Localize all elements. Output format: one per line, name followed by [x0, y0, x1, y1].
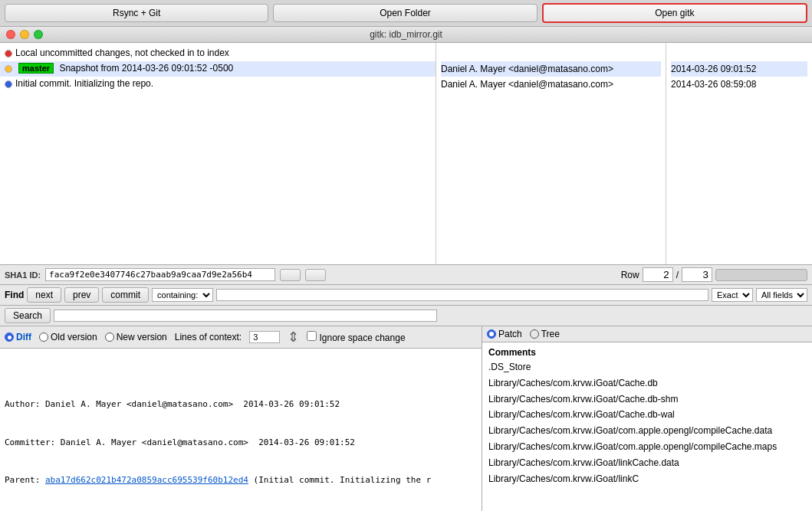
find-row: Find next prev commit containing: Exact … [0, 285, 812, 306]
allfields-select[interactable]: All fields [756, 288, 807, 302]
search-button[interactable]: Search [5, 308, 51, 323]
old-version-label: Old version [51, 332, 97, 342]
close-button[interactable] [6, 30, 15, 39]
table-row: 2014-03-26 09:01:52 [671, 61, 807, 77]
commit-message: Initial commit. Initializing the repo. [15, 78, 431, 89]
maximize-button[interactable] [34, 30, 43, 39]
exact-select[interactable]: Exact [712, 288, 753, 302]
ignore-label: Ignore space change [319, 332, 405, 343]
new-version-label: New version [117, 332, 167, 342]
diff-content[interactable]: Author: Daniel A. Mayer <daniel@matasano… [0, 349, 482, 511]
find-label: Find [5, 290, 24, 300]
find-commit-button[interactable]: commit [102, 287, 149, 303]
new-version-radio[interactable]: New version [105, 332, 167, 342]
table-row[interactable]: Local uncommitted changes, not checked i… [0, 46, 436, 61]
sha-btn-1[interactable] [280, 269, 301, 281]
file-list[interactable]: Comments .DS_Store Library/Caches/com.kr… [482, 342, 812, 511]
list-item[interactable]: Library/Caches/com.krvw.iGoat/com.apple.… [482, 439, 812, 455]
sha-input[interactable] [45, 268, 275, 281]
table-row[interactable]: Initial commit. Initializing the repo. [0, 77, 436, 92]
open-gitk-button[interactable]: Open gitk [542, 3, 807, 23]
committer-line: Committer: Daniel A. Mayer <daniel@matas… [5, 437, 477, 450]
find-text-input[interactable] [216, 289, 708, 301]
commit-list[interactable]: Local uncommitted changes, not checked i… [0, 43, 436, 264]
commit-pane: Local uncommitted changes, not checked i… [0, 43, 812, 265]
table-row[interactable]: master Snapshot from 2014-03-26 09:01:52… [0, 61, 436, 77]
file-list-header: Comments [482, 346, 812, 359]
ignore-space-checkbox[interactable]: Ignore space change [307, 331, 405, 343]
traffic-lights [6, 30, 43, 39]
find-type-select[interactable]: containing: [152, 288, 213, 302]
row-label: Row [621, 270, 639, 280]
tree-radio-circle [530, 329, 539, 339]
diff-radio[interactable]: Diff [5, 332, 31, 342]
parent-line: Parent: aba17d662c021b472a0859acc695539f… [5, 474, 477, 487]
commit-message: master Snapshot from 2014-03-26 09:01:52… [15, 63, 431, 74]
commit-dot-red [5, 50, 12, 57]
list-item[interactable]: Library/Caches/com.krvw.iGoat/Cache.db [482, 375, 812, 391]
find-prev-button[interactable]: prev [64, 287, 99, 303]
patch-radio-btn[interactable]: Patch [487, 329, 522, 339]
context-spinner[interactable]: ⇕ [288, 329, 299, 346]
patch-radio-inner [489, 332, 494, 336]
list-item[interactable]: Library/Caches/com.krvw.iGoat/Cache.db-s… [482, 391, 812, 408]
sha-label: SHA1 ID: [5, 270, 41, 280]
list-item[interactable]: Library/Caches/com.krvw.iGoat/linkCache.… [482, 455, 812, 471]
diff-area: Diff Old version New version Lines of co… [0, 326, 482, 511]
diff-options-bar: Diff Old version New version Lines of co… [0, 326, 482, 349]
context-label: Lines of context: [175, 332, 242, 342]
sha-row: SHA1 ID: Row / [0, 265, 812, 285]
rsync-git-button[interactable]: Rsync + Git [5, 4, 268, 22]
row-indicator: Row / [621, 267, 807, 282]
commit-date-column: 2014-03-26 09:01:52 2014-03-26 08:59:08 [666, 43, 812, 264]
list-item[interactable]: Library/Caches/com.krvw.iGoat/Cache.db-w… [482, 407, 812, 423]
title-bar: gitk: idb_mirror.git [0, 27, 812, 43]
top-toolbar: Rsync + Git Open Folder Open gitk [0, 0, 812, 27]
diff-header: Author: Daniel A. Mayer <daniel@matasano… [5, 372, 477, 511]
tree-label: Tree [541, 329, 560, 339]
commit-author-column: Daniel A. Mayer <daniel@matasano.com> Da… [436, 43, 666, 264]
patch-tree-row: Patch Tree [482, 326, 812, 342]
row-slash: / [676, 270, 679, 280]
table-row [671, 46, 807, 61]
commit-dot-blue [5, 80, 12, 88]
minimize-button[interactable] [20, 30, 29, 39]
parent-hash-link[interactable]: aba17d662c021b472a0859acc695539f60b12ed4 [45, 475, 248, 485]
main-content: Local uncommitted changes, not checked i… [0, 43, 812, 511]
patch-label: Patch [498, 329, 522, 339]
old-version-radio[interactable]: Old version [39, 332, 97, 342]
search-input[interactable] [54, 310, 437, 322]
window-title: gitk: idb_mirror.git [370, 29, 442, 40]
row-total-input[interactable] [682, 267, 712, 282]
table-row: 2014-03-26 08:59:08 [671, 77, 807, 92]
row-scrollbar[interactable] [715, 269, 807, 281]
row-current-input[interactable] [643, 267, 673, 282]
right-panel: Patch Tree Comments .DS_Store Library/Ca… [482, 326, 812, 511]
commit-dot-yellow [5, 65, 12, 73]
table-row [441, 46, 661, 61]
context-input[interactable] [249, 331, 280, 343]
search-row: Search [0, 306, 812, 326]
author-line: Author: Daniel A. Mayer <daniel@matasano… [5, 398, 477, 411]
list-item[interactable]: Library/Caches/com.krvw.iGoat/com.apple.… [482, 423, 812, 439]
bottom-pane: Diff Old version New version Lines of co… [0, 326, 812, 511]
diff-label: Diff [16, 332, 31, 342]
commit-message: Local uncommitted changes, not checked i… [15, 47, 431, 58]
find-next-button[interactable]: next [27, 287, 61, 303]
table-row: Daniel A. Mayer <daniel@matasano.com> [441, 77, 661, 92]
open-folder-button[interactable]: Open Folder [273, 4, 537, 22]
master-badge: master [18, 63, 54, 74]
list-item[interactable]: Library/Caches/com.krvw.iGoat/linkC [482, 471, 812, 487]
tree-radio-btn[interactable]: Tree [530, 329, 560, 339]
list-item[interactable]: .DS_Store [482, 359, 812, 375]
table-row: Daniel A. Mayer <daniel@matasano.com> [441, 61, 661, 77]
patch-radio-circle [487, 329, 496, 339]
sha-btn-2[interactable] [305, 269, 326, 281]
